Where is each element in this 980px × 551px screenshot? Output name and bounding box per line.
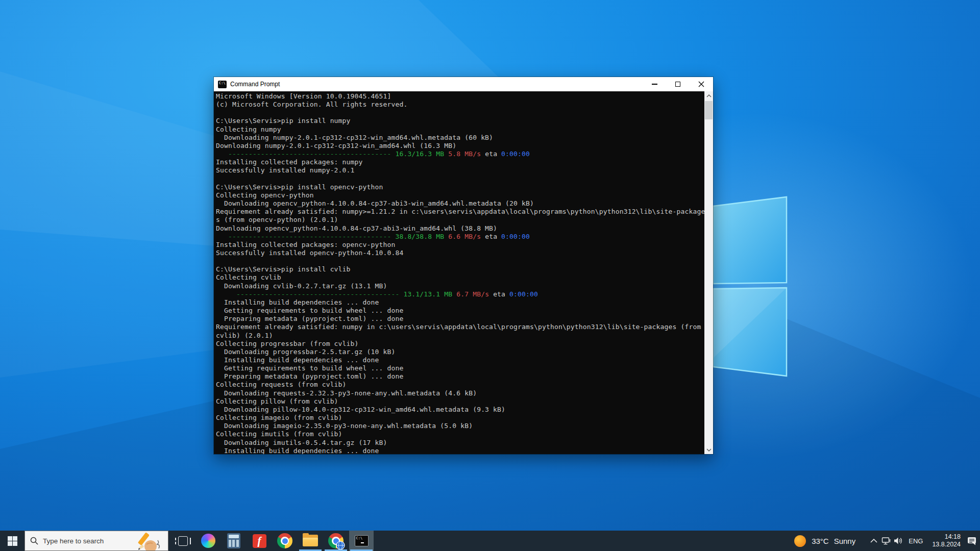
terminal-line: Downloading cvlib-0.2.7.tar.gz (13.1 MB) [216, 282, 704, 290]
chevron-up-icon [870, 539, 877, 543]
terminal-line: Installing build dependencies ... done [216, 298, 704, 307]
file-explorer-icon [303, 535, 318, 547]
scroll-up-button[interactable] [704, 91, 713, 100]
terminal-line [216, 175, 704, 183]
volume-button[interactable] [892, 531, 904, 551]
window-titlebar[interactable]: C:\ Command Prompt [214, 77, 713, 91]
terminal-line: Downloading imageio-2.35.0-py3-none-any.… [216, 422, 704, 430]
clock[interactable]: 14:18 13.8.2024 [927, 531, 966, 551]
terminal-area: Microsoft Windows [Version 10.0.19045.46… [214, 91, 713, 454]
terminal-line: Collecting opencv-python [216, 191, 704, 199]
terminal-line: Collecting imageio (from cvlib) [216, 414, 704, 422]
terminal-line: Collecting requests (from cvlib) [216, 381, 704, 389]
copilot-icon [201, 534, 215, 548]
scroll-down-button[interactable] [704, 445, 713, 454]
close-icon [698, 81, 704, 87]
windows-start-icon [8, 536, 17, 546]
taskbar-command-prompt-button[interactable]: C:\ [349, 531, 374, 551]
search-highlight-image[interactable] [135, 531, 168, 550]
sun-icon [794, 535, 806, 547]
terminal-line: Preparing metadata (pyproject.toml) ... … [216, 372, 704, 381]
terminal-line: Requirement already satisfied: numpy in … [216, 323, 704, 331]
terminal-line: Collecting imutils (from cvlib) [216, 430, 704, 438]
calculator-icon [227, 533, 240, 548]
speaker-icon [894, 537, 903, 545]
search-icon [30, 537, 38, 545]
terminal-line: Downloading requests-2.32.3-py3-none-any… [216, 389, 704, 397]
taskbar-copilot-button[interactable] [196, 531, 220, 551]
chevron-up-icon [706, 94, 712, 97]
terminal-line: Collecting numpy [216, 126, 704, 134]
taskbar-chrome-globe-app-button[interactable] [324, 531, 348, 551]
terminal-line: Getting requirements to build wheel ... … [216, 364, 704, 372]
taskbar: Type here to search [0, 531, 980, 551]
terminal-line: Downloading progressbar-2.5.tar.gz (10 k… [216, 348, 704, 356]
terminal-scrollbar[interactable] [704, 91, 713, 454]
chrome-icon [277, 533, 292, 548]
terminal-line: Preparing metadata (pyproject.toml) ... … [216, 315, 704, 323]
terminal-line: Installing collected packages: numpy [216, 158, 704, 166]
terminal-line: Successfully installed numpy-2.0.1 [216, 166, 704, 174]
terminal-line: (c) Microsoft Corporation. All rights re… [216, 101, 704, 109]
scrollbar-thumb[interactable] [705, 101, 713, 119]
clock-date: 13.8.2024 [932, 541, 961, 548]
terminal-line: ----------------------------------------… [216, 150, 704, 158]
terminal-line: Installing build dependencies ... done [216, 356, 704, 364]
terminal-line: Downloading numpy-2.0.1-cp312-cp312-win_… [216, 142, 704, 150]
taskbar-empty-space [374, 531, 794, 551]
red-f-app-icon: f [253, 534, 266, 548]
chevron-down-icon [706, 448, 712, 452]
taskbar-calculator-button[interactable] [222, 531, 246, 551]
terminal-line: Getting requirements to build wheel ... … [216, 307, 704, 315]
network-status-button[interactable] [880, 531, 892, 551]
terminal-line: ----------------------------------------… [216, 233, 704, 241]
search-box[interactable]: Type here to search [24, 531, 168, 551]
tray-overflow-button[interactable] [868, 531, 880, 551]
terminal-line [216, 109, 704, 117]
minimize-button[interactable] [643, 77, 666, 91]
terminal-line: Microsoft Windows [Version 10.0.19045.46… [216, 92, 704, 101]
window-title: Command Prompt [230, 81, 643, 88]
command-prompt-icon: C:\ [355, 535, 369, 546]
task-view-icon [178, 536, 188, 546]
terminal-line: C:\Users\Servis>pip install cvlib [216, 265, 704, 273]
terminal-line: Downloading pillow-10.4.0-cp312-cp312-wi… [216, 406, 704, 414]
terminal-line: Downloading numpy-2.0.1-cp312-cp312-win_… [216, 134, 704, 142]
terminal-line [216, 257, 704, 265]
weather-condition: Sunny [834, 537, 856, 545]
terminal-line: ----------------------------------------… [216, 290, 704, 298]
weather-temperature: 33°C [812, 537, 829, 545]
terminal-line: Collecting cvlib [216, 273, 704, 282]
close-button[interactable] [690, 77, 713, 91]
desktop: C:\ Command Prompt Microsoft Windows [Ve… [0, 0, 980, 551]
terminal-line: Collecting pillow (from cvlib) [216, 397, 704, 406]
clock-time: 14:18 [932, 533, 961, 541]
notification-icon [967, 536, 977, 545]
command-prompt-window: C:\ Command Prompt Microsoft Windows [Ve… [214, 77, 713, 454]
taskbar-file-explorer-button[interactable] [298, 531, 323, 551]
terminal-line: Downloading imutils-0.5.4.tar.gz (17 kB) [216, 439, 704, 447]
maximize-button[interactable] [666, 77, 690, 91]
taskbar-task-view-button[interactable] [170, 531, 195, 551]
terminal-line: Installing build dependencies ... done [216, 447, 704, 454]
start-button[interactable] [0, 531, 24, 551]
terminal-line: Successfully installed opencv-python-4.1… [216, 249, 704, 257]
window-controls [643, 77, 713, 91]
minimize-icon [652, 84, 657, 85]
windows-logo-pane-top-right [713, 197, 787, 284]
action-center-button[interactable] [966, 531, 978, 551]
terminal-output[interactable]: Microsoft Windows [Version 10.0.19045.46… [214, 91, 704, 454]
taskbar-red-f-app-button[interactable]: f [247, 531, 272, 551]
command-prompt-icon: C:\ [218, 81, 227, 88]
terminal-line: Downloading opencv_python-4.10.0.84-cp37… [216, 199, 704, 208]
pencil-hand-illustration [135, 531, 168, 550]
terminal-line: Downloading opencv_python-4.10.0.84-cp37… [216, 224, 704, 233]
terminal-line: C:\Users\Servis>pip install opencv-pytho… [216, 183, 704, 191]
language-indicator[interactable]: ENG [904, 531, 927, 551]
terminal-line: s (from opencv-python) (2.0.1) [216, 216, 704, 224]
weather-widget[interactable]: 33°C Sunny [794, 531, 861, 551]
terminal-line: Requirement already satisfied: numpy>=1.… [216, 208, 704, 216]
terminal-line: Collecting progressbar (from cvlib) [216, 340, 704, 348]
taskbar-chrome-button[interactable] [273, 531, 297, 551]
terminal-line: Installing collected packages: opencv-py… [216, 241, 704, 249]
